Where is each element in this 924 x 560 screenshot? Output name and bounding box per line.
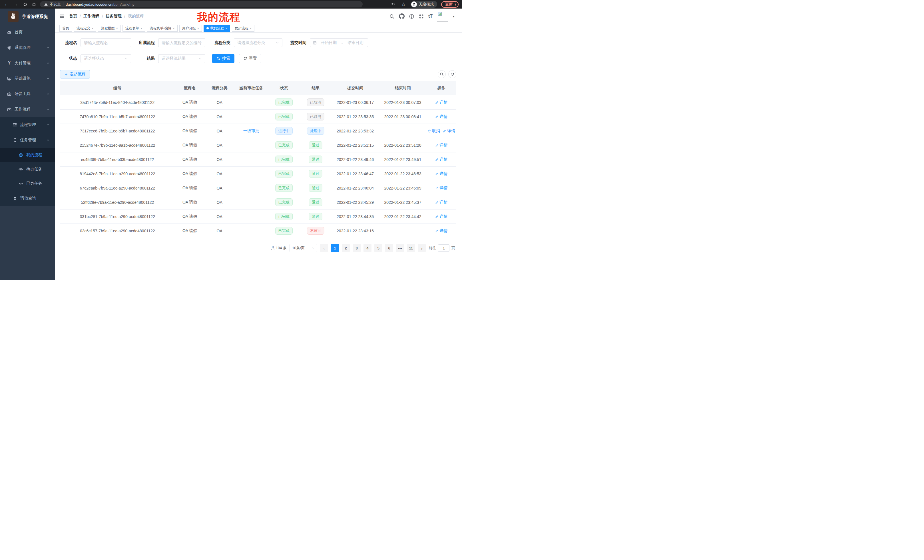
process-definition-input[interactable] [158,38,205,47]
submit-time-range-picker[interactable]: 开始日期 - 结束日期 [310,38,368,47]
caret-down-icon[interactable]: ▼ [452,15,455,18]
process-category-select[interactable]: 请选择流程分类 [234,38,282,47]
detail-link[interactable]: 详情 [435,157,447,162]
status-badge: 已完成 [275,198,292,206]
next-page-button[interactable]: › [418,244,426,252]
result-badge: 已取消 [307,99,324,106]
detail-link[interactable]: 详情 [435,100,447,105]
sidebar-item-home[interactable]: 首页 [0,24,55,40]
browser-reload-button[interactable] [22,1,28,7]
refresh-table-button[interactable] [448,70,456,78]
edit-icon [435,101,439,104]
col-id: 编号 [60,81,175,95]
table-row: 7317cec6-7b9b-11ec-b5b7-acde48001122 OA … [60,124,456,138]
sidebar-item-system[interactable]: 系统管理 [0,40,55,55]
reset-button[interactable]: 重置 [239,54,261,63]
browser-back-button[interactable]: ← [3,1,10,7]
result-select[interactable]: 请选择流结果 [158,54,205,63]
tab-process-definition[interactable]: 流程定义× [74,25,96,32]
bookmark-star-button[interactable]: ☆ [400,1,406,7]
goto-page-input[interactable] [438,244,449,252]
sidebar-item-devtools[interactable]: 研发工具 [0,86,55,102]
status-badge: 已完成 [275,113,292,120]
close-icon[interactable]: × [173,27,174,30]
browser-forward-button[interactable]: → [13,1,19,7]
breadcrumb-item[interactable]: 工作流程 [83,14,99,19]
sidebar-item-infrastructure[interactable]: 基础设施 [0,71,55,86]
current-task-link[interactable]: 一级审批 [243,129,259,133]
browser-menu-icon[interactable] [455,3,456,6]
search-button[interactable]: 搜索 [212,54,234,63]
sidebar-item-done-tasks[interactable]: 已办任务 [0,177,55,191]
close-icon[interactable]: × [141,27,142,30]
close-icon[interactable]: × [197,27,199,30]
app-logo[interactable]: 芋道管理系统 [0,9,55,24]
chevron-down-icon [199,57,202,60]
sidebar-item-my-process[interactable]: 我的流程 [0,148,55,162]
close-icon[interactable]: × [225,27,227,30]
process-name-input[interactable] [81,38,131,47]
tab-user-group[interactable]: 用户分组× [179,25,202,32]
detail-link[interactable]: 详情 [435,171,447,177]
browser-update-button[interactable]: 更新 [441,1,459,8]
tab-process-form-edit[interactable]: 流程表单-编辑× [147,25,177,32]
sidebar-item-label: 任务管理 [20,138,36,143]
sidebar-item-leave-query[interactable]: 请假查询 [0,191,55,206]
briefcase-icon [7,107,12,112]
detail-link[interactable]: 详情 [443,129,455,133]
breadcrumb-item[interactable]: 首页 [69,14,77,19]
detail-link[interactable]: 详情 [435,214,447,219]
detail-link[interactable]: 详情 [435,200,447,205]
tab-start-process[interactable]: 发起流程× [232,25,254,32]
app-title: 芋道管理系统 [22,14,48,19]
status-select[interactable]: 请选择状态 [81,54,131,63]
edit-icon [435,144,439,147]
tab-process-form[interactable]: 流程表单× [123,25,145,32]
address-bar[interactable]: 不安全 dashboard.yudao.iocoder.cn/bpm/task/… [40,1,363,7]
avatar[interactable] [437,11,448,22]
detail-link[interactable]: 详情 [435,114,447,119]
tab-process-model[interactable]: 流程模型× [98,25,120,32]
sidebar-item-workflow[interactable]: 工作流程 [0,102,55,117]
page-button-4[interactable]: 4 [363,244,372,252]
prev-page-button[interactable]: ‹ [320,244,328,252]
tab-home[interactable]: 首页 [59,25,72,32]
tab-my-process[interactable]: 我的流程× [204,25,230,32]
help-button[interactable] [409,14,414,19]
show-search-button[interactable] [438,70,446,78]
page-button-11[interactable]: 11 [407,244,415,252]
detail-link[interactable]: 详情 [435,143,447,148]
cancel-link[interactable]: 取消 [428,129,440,133]
table-row: 7470a810-7b9b-11ec-b5b7-acde48001122 OA … [60,109,456,124]
page-ellipsis[interactable]: ••• [396,244,404,252]
browser-home-button[interactable] [31,1,37,7]
eye-open-icon [18,167,23,172]
password-key-button[interactable] [390,1,396,7]
close-icon[interactable]: × [116,27,118,30]
refresh-icon [450,72,454,76]
breadcrumb-item[interactable]: 任务管理 [106,14,122,19]
sidebar-item-label: 系统管理 [15,45,30,50]
chevron-down-icon [312,247,315,250]
page-size-select[interactable]: 10条/页 [290,244,317,252]
page-button-1[interactable]: 1 [331,244,339,252]
detail-link[interactable]: 详情 [435,228,447,234]
fullscreen-button[interactable] [418,14,424,19]
page-button-3[interactable]: 3 [352,244,361,252]
sidebar-item-task-mgmt[interactable]: 任务管理 [0,132,55,148]
github-link[interactable] [399,13,405,19]
sidebar-item-process-mgmt[interactable]: 流程管理 [0,117,55,132]
font-size-button[interactable]: tT [428,14,433,19]
sidebar-item-todo-tasks[interactable]: 待办任务 [0,162,55,177]
security-status[interactable]: 不安全 [44,2,61,7]
close-icon[interactable]: × [250,27,252,30]
sidebar-item-payment[interactable]: ¥ 支付管理 [0,55,55,71]
page-button-5[interactable]: 5 [374,244,382,252]
header-search-button[interactable] [389,14,394,19]
start-process-button[interactable]: 发起流程 [60,70,90,78]
close-icon[interactable]: × [92,27,93,30]
page-button-6[interactable]: 6 [385,244,393,252]
page-button-2[interactable]: 2 [342,244,350,252]
sidebar-toggle-button[interactable] [59,14,64,19]
detail-link[interactable]: 详情 [435,186,447,191]
